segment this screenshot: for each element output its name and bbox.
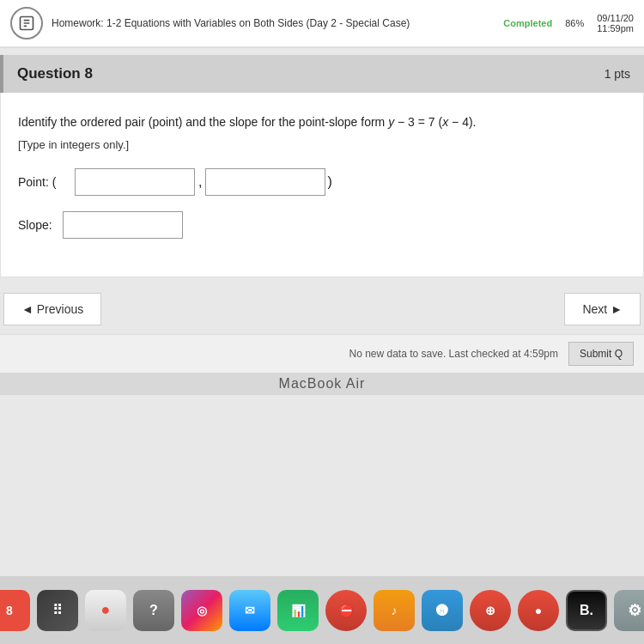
hw-score: 86% bbox=[565, 18, 584, 28]
point-input-row: Point: ( , ) bbox=[18, 168, 626, 196]
previous-button[interactable]: ◄ Previous bbox=[3, 293, 101, 325]
dock-item-mail[interactable]: ✉ bbox=[229, 590, 270, 631]
dock-item-music[interactable]: ⛔ bbox=[325, 590, 367, 631]
dock-item-photos[interactable]: ◎ bbox=[181, 590, 222, 631]
question-container: Question 8 1 pts Identify the ordered pa… bbox=[0, 55, 644, 277]
point-close-paren: ) bbox=[327, 174, 331, 190]
dock-item-b[interactable]: B. bbox=[566, 590, 607, 631]
point-x-input[interactable] bbox=[75, 168, 195, 196]
point-label: Point: ( bbox=[18, 175, 70, 189]
hw-title: Homework: 1-2 Equations with Variables o… bbox=[52, 16, 503, 31]
next-button[interactable]: Next ► bbox=[564, 293, 641, 325]
status-bar: No new data to save. Last checked at 4:5… bbox=[0, 334, 644, 373]
dock-item-charts[interactable]: 📊 bbox=[277, 590, 319, 631]
submit-button[interactable]: Submit Q bbox=[568, 342, 634, 366]
macbook-label: MacBook Air bbox=[0, 373, 644, 395]
hw-date: 09/11/20 11:59pm bbox=[597, 13, 634, 33]
question-title: Question 8 bbox=[17, 65, 93, 82]
hw-icon bbox=[10, 7, 43, 39]
dock-item-notifications[interactable]: ● bbox=[85, 590, 126, 631]
dock-item-help[interactable]: ? bbox=[133, 590, 174, 631]
dock-item-settings[interactable]: ⚙ bbox=[614, 590, 644, 631]
question-body: Identify the ordered pair (point) and th… bbox=[0, 93, 644, 277]
homework-row[interactable]: Homework: 1-2 Equations with Variables o… bbox=[0, 0, 644, 48]
slope-input[interactable] bbox=[63, 211, 183, 239]
dock-item-appstore[interactable]: 🅐 bbox=[422, 590, 463, 631]
dock: 8 ⠿ ● ? ◎ ✉ 📊 ⛔ ♪ 🅐 ⊕ ● B. ⚙ bbox=[0, 575, 644, 644]
navigation-section: ◄ Previous Next ► bbox=[0, 284, 644, 334]
status-text: No new data to save. Last checked at 4:5… bbox=[349, 348, 558, 360]
dock-item-calendar[interactable]: 8 bbox=[0, 590, 30, 631]
question-note: [Type in integers only.] bbox=[18, 138, 626, 151]
question-instruction: Identify the ordered pair (point) and th… bbox=[18, 113, 626, 131]
hw-status: Completed bbox=[503, 18, 552, 28]
dock-item-safari[interactable]: ⊕ bbox=[470, 590, 511, 631]
dock-item-notes[interactable]: ♪ bbox=[374, 590, 415, 631]
slope-label: Slope: bbox=[18, 218, 52, 232]
question-header: Question 8 1 pts bbox=[0, 55, 644, 93]
question-points: 1 pts bbox=[605, 67, 630, 81]
point-y-input[interactable] bbox=[205, 168, 325, 196]
dock-item-launchpad[interactable]: ⠿ bbox=[37, 590, 78, 631]
point-comma: , bbox=[198, 174, 202, 190]
slope-input-row: Slope: bbox=[18, 211, 626, 239]
dock-item-red[interactable]: ● bbox=[518, 590, 559, 631]
